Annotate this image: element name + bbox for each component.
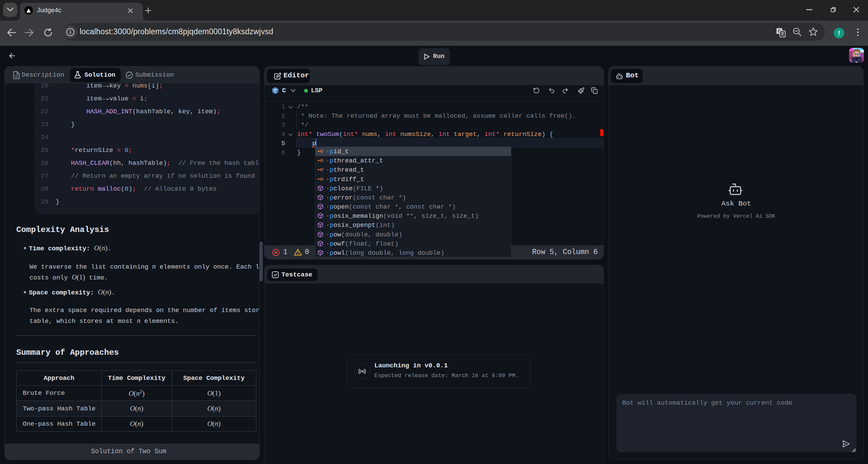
svg-text:C: C <box>274 89 277 94</box>
